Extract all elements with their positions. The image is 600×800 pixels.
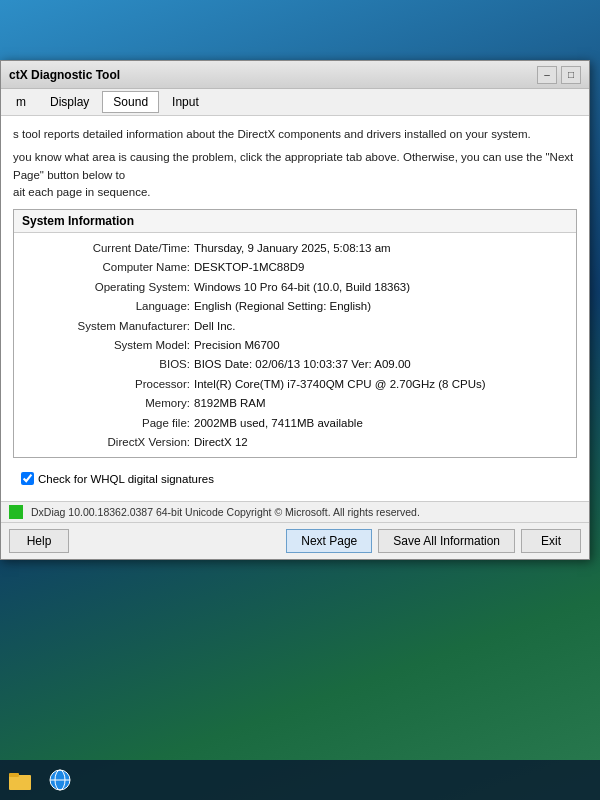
save-all-button[interactable]: Save All Information — [378, 529, 515, 553]
table-row: DirectX Version: DirectX 12 — [34, 433, 556, 451]
copyright-text: DxDiag 10.00.18362.0387 64-bit Unicode C… — [31, 506, 581, 518]
next-page-button[interactable]: Next Page — [286, 529, 372, 553]
whql-label[interactable]: Check for WHQL digital signatures — [38, 473, 214, 485]
exit-button[interactable]: Exit — [521, 529, 581, 553]
status-indicator — [9, 505, 23, 519]
tab-bar: m Display Sound Input — [1, 89, 589, 116]
table-row: BIOS: BIOS Date: 02/06/13 10:03:37 Ver: … — [34, 355, 556, 373]
directx-diagnostic-window: ctX Diagnostic Tool – □ m Display Sound … — [0, 60, 590, 560]
description-line2: you know what area is causing the proble… — [13, 149, 577, 201]
title-bar-controls: – □ — [537, 66, 581, 84]
whql-checkbox-row: Check for WHQL digital signatures — [13, 466, 577, 491]
table-row: Computer Name: DESKTOP-1MC88D9 — [34, 258, 556, 276]
table-row: System Model: Precision M6700 — [34, 336, 556, 354]
tab-sound[interactable]: Sound — [102, 91, 159, 113]
whql-checkbox[interactable] — [21, 472, 34, 485]
folder-icon[interactable] — [2, 762, 38, 798]
window-content: s tool reports detailed information abou… — [1, 116, 589, 501]
system-info-box: System Information Current Date/Time: Th… — [13, 209, 577, 458]
table-row: System Manufacturer: Dell Inc. — [34, 317, 556, 335]
table-row: Language: English (Regional Setting: Eng… — [34, 297, 556, 315]
table-row: Operating System: Windows 10 Pro 64-bit … — [34, 278, 556, 296]
window-title: ctX Diagnostic Tool — [9, 68, 120, 82]
svg-rect-1 — [9, 773, 19, 777]
taskbar — [0, 760, 600, 800]
table-row: Processor: Intel(R) Core(TM) i7-3740QM C… — [34, 375, 556, 393]
system-info-table: Current Date/Time: Thursday, 9 January 2… — [14, 233, 576, 457]
browser-icon[interactable] — [42, 762, 78, 798]
description-line1: s tool reports detailed information abou… — [13, 126, 577, 143]
table-row: Memory: 8192MB RAM — [34, 394, 556, 412]
section-title: System Information — [14, 210, 576, 233]
status-bar: DxDiag 10.00.18362.0387 64-bit Unicode C… — [1, 501, 589, 522]
tab-m[interactable]: m — [5, 91, 37, 113]
tab-input[interactable]: Input — [161, 91, 210, 113]
table-row: Page file: 2002MB used, 7411MB available — [34, 414, 556, 432]
help-button[interactable]: Help — [9, 529, 69, 553]
svg-rect-0 — [9, 775, 31, 790]
title-bar: ctX Diagnostic Tool – □ — [1, 61, 589, 89]
table-row: Current Date/Time: Thursday, 9 January 2… — [34, 239, 556, 257]
button-bar: Help Next Page Save All Information Exit — [1, 522, 589, 559]
maximize-button[interactable]: □ — [561, 66, 581, 84]
minimize-button[interactable]: – — [537, 66, 557, 84]
right-buttons: Next Page Save All Information Exit — [286, 529, 581, 553]
tab-display[interactable]: Display — [39, 91, 100, 113]
